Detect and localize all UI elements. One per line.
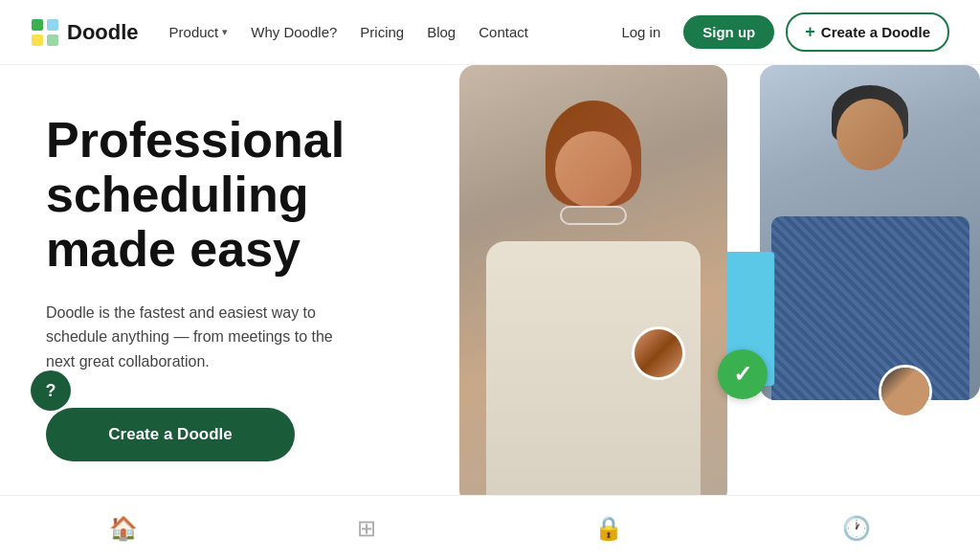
home-icon: 🏠 — [109, 515, 138, 542]
avatar-male-image — [881, 368, 929, 415]
man-photo — [760, 65, 980, 400]
avatar-male — [879, 365, 932, 418]
chevron-down-icon: ▾ — [222, 26, 228, 38]
nav-links: Product ▾ Why Doodle? Pricing Blog Conta… — [169, 24, 611, 40]
bottom-nav-clock[interactable]: 🕐 — [823, 507, 890, 549]
svg-rect-1 — [47, 19, 58, 31]
signup-button[interactable]: Sign up — [683, 15, 774, 49]
navbar: Doodle Product ▾ Why Doodle? Pricing Blo… — [0, 0, 980, 65]
grid-icon: ⊞ — [357, 515, 376, 542]
clock-icon: 🕐 — [842, 515, 871, 542]
woman-glasses — [560, 206, 627, 225]
nav-item-contact[interactable]: Contact — [479, 24, 528, 40]
hero-subtitle: Doodle is the fastest and easiest way to… — [46, 301, 352, 374]
avatar-female-image — [635, 329, 682, 377]
nav-create-doodle-button[interactable]: + Create a Doodle — [786, 12, 949, 52]
woman-image — [459, 65, 727, 495]
nav-item-pricing[interactable]: Pricing — [360, 24, 404, 40]
nav-item-blog[interactable]: Blog — [427, 24, 456, 40]
bottom-nav-grid[interactable]: ⊞ — [338, 507, 395, 549]
hero-title: Professional scheduling made easy — [46, 113, 394, 278]
doodle-logo-icon — [31, 18, 59, 47]
bottom-nav-home[interactable]: 🏠 — [90, 507, 157, 549]
checkmark-badge — [718, 349, 768, 399]
help-button[interactable]: ? — [31, 370, 71, 411]
man-shirt — [771, 216, 969, 401]
login-button[interactable]: Log in — [610, 16, 672, 48]
avatar-female — [632, 326, 685, 380]
woman-face — [555, 131, 632, 208]
hero-cta-button[interactable]: Create a Doodle — [46, 408, 295, 461]
man-image — [760, 65, 980, 400]
nav-item-why-doodle[interactable]: Why Doodle? — [251, 24, 337, 40]
woman-photo — [459, 65, 727, 495]
hero-right — [440, 65, 980, 495]
nav-item-product[interactable]: Product ▾ — [169, 24, 229, 40]
svg-rect-2 — [32, 34, 43, 46]
plus-icon: + — [805, 22, 815, 42]
logo-link[interactable]: Doodle — [31, 18, 139, 47]
logo-text: Doodle — [67, 20, 139, 45]
svg-rect-0 — [32, 19, 43, 31]
hero-left: Professional scheduling made easy Doodle… — [0, 65, 440, 495]
lock-icon: 🔒 — [594, 515, 623, 542]
svg-rect-3 — [47, 34, 58, 46]
bottom-nav-lock[interactable]: 🔒 — [575, 507, 642, 549]
main-content: Professional scheduling made easy Doodle… — [0, 65, 980, 495]
bottom-nav: 🏠 ⊞ 🔒 🕐 — [0, 495, 980, 560]
nav-actions: Log in Sign up + Create a Doodle — [610, 12, 949, 52]
man-face — [836, 99, 903, 170]
